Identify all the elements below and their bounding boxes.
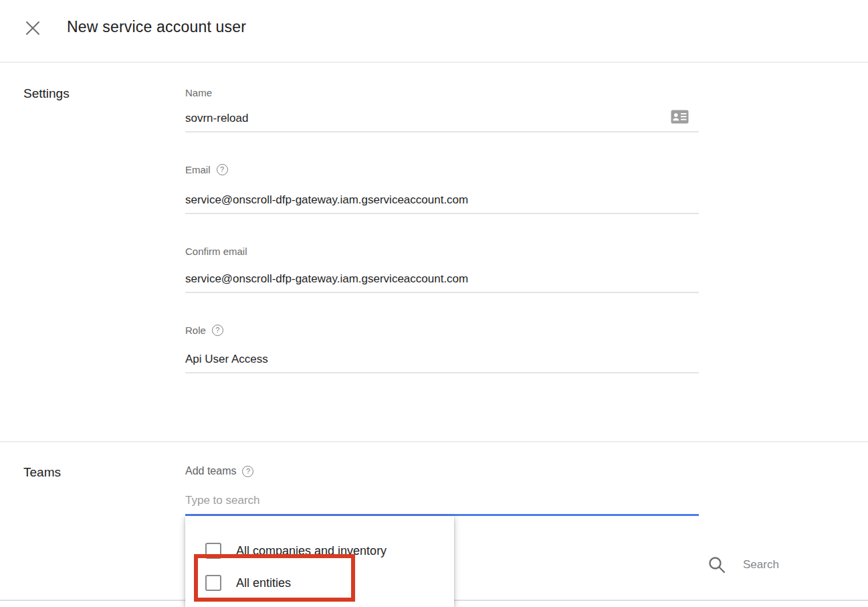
close-icon bbox=[24, 19, 41, 37]
email-input[interactable] bbox=[185, 187, 699, 214]
add-teams-label: Add teams bbox=[185, 465, 236, 477]
settings-section-heading: Settings bbox=[23, 86, 70, 101]
role-field-label: Role bbox=[185, 325, 206, 336]
header-divider bbox=[0, 62, 868, 63]
dropdown-option-label: All entities bbox=[236, 576, 291, 590]
new-service-account-user-dialog: New service account user Settings Name E… bbox=[0, 0, 868, 607]
teams-section-heading: Teams bbox=[23, 465, 61, 480]
section-divider bbox=[0, 441, 868, 442]
contact-card-icon[interactable] bbox=[671, 110, 689, 124]
confirm-email-field-label: Confirm email bbox=[185, 246, 247, 257]
footer-search[interactable]: Search bbox=[708, 555, 779, 574]
role-input[interactable] bbox=[185, 347, 699, 373]
checkbox-all-entities[interactable] bbox=[205, 575, 221, 591]
email-help-icon[interactable]: ? bbox=[217, 164, 228, 175]
close-button[interactable] bbox=[23, 18, 43, 38]
dropdown-option-label: All companies and inventory bbox=[236, 544, 387, 558]
confirm-email-input[interactable] bbox=[185, 266, 699, 293]
role-help-icon[interactable]: ? bbox=[212, 325, 223, 336]
checkbox-all-companies[interactable] bbox=[205, 543, 221, 559]
dropdown-option-all-companies[interactable]: All companies and inventory bbox=[185, 537, 454, 564]
page-title: New service account user bbox=[67, 18, 246, 36]
dropdown-option-all-entities[interactable]: All entities bbox=[185, 570, 454, 596]
footer-search-label: Search bbox=[743, 558, 779, 572]
name-field-label: Name bbox=[185, 87, 212, 98]
add-teams-help-icon[interactable]: ? bbox=[242, 466, 253, 477]
email-field-label: Email bbox=[185, 164, 211, 175]
search-icon bbox=[708, 555, 726, 574]
teams-dropdown: All companies and inventory All entities bbox=[185, 516, 454, 607]
team-search-input[interactable] bbox=[185, 489, 699, 513]
name-input[interactable] bbox=[185, 106, 699, 133]
